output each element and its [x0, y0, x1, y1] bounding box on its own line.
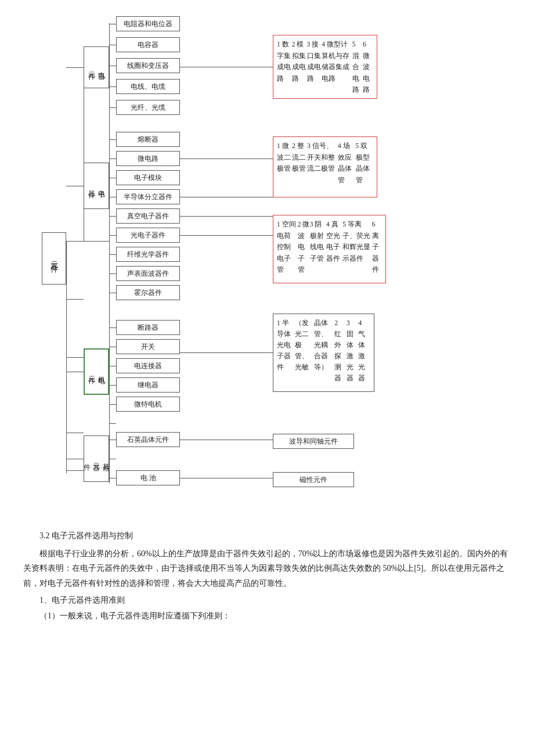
- box-zhenkong: 真空电子器件: [116, 208, 180, 224]
- box-shengbiaomian: 声表面波器件: [116, 266, 180, 281]
- dianzi-box: 电子器件: [84, 163, 109, 209]
- box-dianci: 电 池: [116, 470, 180, 485]
- box-bandaoti: 半导体分立器件: [116, 189, 180, 204]
- diagram-container: 元器件 电器元件 电阻器和电位器 电容器 线圈和变压器 电线、电缆 光纤、光缆 …: [23, 12, 511, 511]
- paragraph-1: 根据电子行业业界的分析，60%以上的生产故障是由于器件失效引起的，70%以上的市…: [23, 546, 511, 591]
- box-weidianlu: 微电路: [116, 151, 180, 166]
- box-duanlvqi: 断路器: [116, 320, 180, 335]
- box-weiteji: 微特电机: [116, 397, 180, 412]
- box-bodao: 波导和同轴元件: [273, 434, 354, 449]
- item1-title: 1、电子元器件选用准则: [23, 593, 511, 607]
- box-dianxian: 电线、电缆: [116, 79, 180, 94]
- section-title: 3.2 电子元器件选用与控制: [23, 528, 511, 543]
- list1-box: 1 数字集成电路 2 模拟集成电路 3 接口集成电路 4 微型计算机与存储器集成…: [273, 35, 377, 99]
- dianqi-box: 电器元件: [84, 46, 109, 88]
- list2-box: 1 微波二极管 2 整流二极管 3 信号、开关和整流二极管 4 场效应晶体管 5…: [273, 136, 377, 197]
- box-dianzuqi: 电阻器和电位器: [116, 16, 180, 31]
- box-dianzimokai: 电子模块: [116, 170, 180, 185]
- box-rongduanqi: 熔断器: [116, 132, 180, 147]
- box-dianlianjieqi: 电连接器: [116, 358, 180, 373]
- box-xianjuan: 线圈和变压器: [116, 58, 180, 73]
- text-content: 3.2 电子元器件选用与控制 根据电子行业业界的分析，60%以上的生产故障是由于…: [23, 528, 511, 623]
- item1-sub: （1）一般来说，电子元器件选用时应遵循下列准则：: [23, 609, 511, 623]
- box-kaiguan: 开关: [116, 339, 180, 354]
- box-huoer: 霍尔器件: [116, 285, 180, 300]
- box-guangdianzi: 光电子器件: [116, 228, 180, 243]
- list3-box: 1 空间电荷控制电子管 2 微波电子管 3 阴极射线电子管 4 真空光电子器件 …: [273, 215, 386, 283]
- box-xianwei: 纤维光学器件: [116, 247, 180, 262]
- box-cixing: 磁性元件: [273, 472, 354, 487]
- box-dianrongqi: 电容器: [116, 37, 180, 52]
- root-box: 元器件: [42, 232, 66, 285]
- qita-box: 其他元器件: [84, 435, 109, 482]
- box-guangxian: 光纤、光缆: [116, 100, 180, 115]
- box-jidianqi: 继电器: [116, 377, 180, 393]
- box-shiyingjingti: 石英晶体元件: [116, 432, 180, 447]
- list4-box: 1 半导体光电子器件 （发光二极管、光敏 晶体管、光耦合器等） 2 红外探测器 …: [273, 314, 374, 392]
- jidian-box: 机电元件: [84, 348, 109, 395]
